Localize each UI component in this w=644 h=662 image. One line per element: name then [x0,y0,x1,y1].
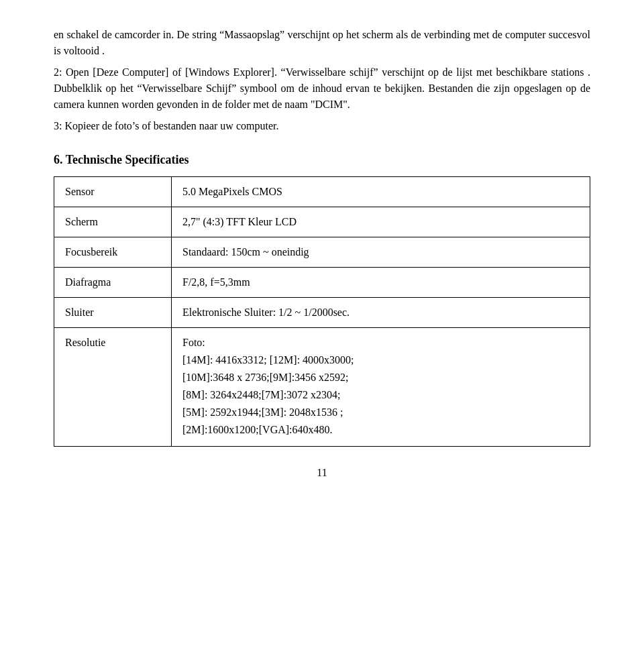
specs-table: Sensor 5.0 MegaPixels CMOS Scherm 2,7" (… [54,176,590,447]
paragraph-3: 3: Kopieer de foto’s of bestanden naar u… [54,118,590,134]
paragraph-1: en schakel de camcorder in. De string “M… [54,27,590,59]
value-focusbereik: Standaard: 150cm ~ oneindig [172,237,590,268]
table-row-resolutie: Resolutie Foto: [14M]: 4416x3312; [12M]:… [54,328,590,447]
section-heading: 6. Technische Specificaties [54,153,590,167]
label-sluiter: Sluiter [54,298,172,328]
resolution-foto-label: Foto: [182,335,579,351]
value-resolutie: Foto: [14M]: 4416x3312; [12M]: 4000x3000… [172,328,590,447]
table-row-focusbereik: Focusbereik Standaard: 150cm ~ oneindig [54,237,590,268]
label-resolutie: Resolutie [54,328,172,447]
label-diafragma: Diafragma [54,268,172,298]
label-focusbereik: Focusbereik [54,237,172,268]
value-diafragma: F/2,8, f=5,3mm [172,268,590,298]
value-sensor: 5.0 MegaPixels CMOS [172,177,590,207]
table-row-sluiter: Sluiter Elektronische Sluiter: 1/2 ~ 1/2… [54,298,590,328]
page-content: en schakel de camcorder in. De string “M… [54,27,590,479]
label-scherm: Scherm [54,207,172,237]
table-row-scherm: Scherm 2,7" (4:3) TFT Kleur LCD [54,207,590,237]
table-row-diafragma: Diafragma F/2,8, f=5,3mm [54,268,590,298]
resolution-5m: [5M]: 2592x1944;[3M]: 2048x1536 ; [182,404,579,421]
table-row-sensor: Sensor 5.0 MegaPixels CMOS [54,177,590,207]
label-sensor: Sensor [54,177,172,207]
resolution-2m: [2M]:1600x1200;[VGA]:640x480. [182,422,579,438]
value-sluiter: Elektronische Sluiter: 1/2 ~ 1/2000sec. [172,298,590,328]
page-number: 11 [54,467,590,479]
paragraph-2: 2: Open [Deze Computer] of [Windows Expl… [54,64,590,113]
resolution-14m: [14M]: 4416x3312; [12M]: 4000x3000; [182,352,579,368]
value-scherm: 2,7" (4:3) TFT Kleur LCD [172,207,590,237]
resolution-10m: [10M]:3648 x 2736;[9M]:3456 x2592; [182,370,579,386]
resolution-8m: [8M]: 3264x2448;[7M]:3072 x2304; [182,387,579,403]
